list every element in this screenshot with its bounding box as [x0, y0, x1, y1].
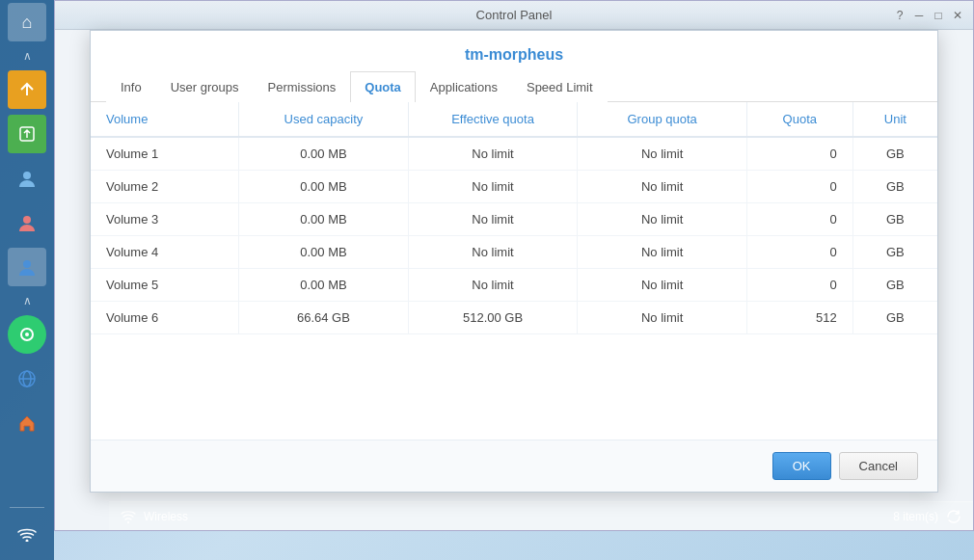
sidebar-collapse-2[interactable]: ∧ — [0, 289, 54, 312]
sidebar-icon-user-red[interactable] — [8, 203, 46, 242]
cancel-button[interactable]: Cancel — [839, 452, 918, 480]
refresh-icon[interactable] — [946, 509, 961, 524]
sidebar-icon-user[interactable] — [8, 159, 46, 198]
quota-table-container: Volume Used capacity Effective quota Gro… — [91, 102, 937, 440]
sidebar-icon-green[interactable] — [8, 315, 46, 354]
svg-point-1 — [23, 172, 31, 179]
col-header-quota: Quota — [746, 102, 852, 137]
window-controls: ? ─ □ ✕ — [892, 8, 965, 23]
minimize-button[interactable]: ─ — [911, 8, 927, 23]
tab-speed-limit[interactable]: Speed Limit — [512, 71, 608, 102]
tab-quota[interactable]: Quota — [350, 71, 416, 102]
dialog-footer: OK Cancel — [91, 440, 937, 492]
wireless-status-icon — [121, 510, 136, 523]
maximize-button[interactable]: □ — [931, 8, 946, 23]
desktop: ⌂ ∧ ∧ — [0, 0, 974, 560]
sidebar: ⌂ ∧ ∧ — [0, 0, 54, 560]
items-count: 8 item(s) — [893, 510, 938, 523]
tab-bar: Info User groups Permissions Quota Appli… — [91, 71, 937, 102]
quota-table: Volume Used capacity Effective quota Gro… — [91, 102, 937, 334]
svg-point-2 — [23, 216, 31, 224]
wireless-label: Wireless — [144, 510, 188, 523]
table-row: Volume 10.00 MBNo limitNo limit0GB — [91, 137, 937, 171]
col-header-used: Used capacity — [239, 102, 409, 137]
tab-applications[interactable]: Applications — [416, 71, 512, 102]
sidebar-icon-upload[interactable] — [8, 115, 46, 153]
window-titlebar: Control Panel ? ─ □ ✕ — [55, 1, 973, 30]
sidebar-collapse-1[interactable]: ∧ — [0, 44, 54, 67]
table-row: Volume 50.00 MBNo limitNo limit0GB — [91, 269, 937, 302]
user-dialog: tm-morpheus Info User groups Permissions… — [90, 30, 938, 493]
sidebar-icon-share[interactable] — [8, 70, 46, 109]
ok-button[interactable]: OK — [772, 452, 831, 480]
tab-user-groups[interactable]: User groups — [156, 71, 254, 102]
svg-point-8 — [26, 540, 29, 543]
table-row: Volume 40.00 MBNo limitNo limit0GB — [91, 236, 937, 269]
main-window: Control Panel ? ─ □ ✕ tm-morpheus Info U… — [54, 0, 974, 531]
sidebar-icon-house[interactable] — [8, 404, 46, 442]
col-header-volume: Volume — [91, 102, 239, 137]
svg-point-3 — [23, 260, 31, 268]
svg-point-4 — [25, 333, 29, 336]
close-button[interactable]: ✕ — [950, 8, 965, 23]
status-left: Wireless — [121, 510, 188, 523]
status-bar: Wireless 8 item(s) — [109, 501, 973, 530]
col-header-unit: Unit — [852, 102, 937, 137]
window-title: Control Panel — [476, 8, 553, 22]
dialog-username: tm-morpheus — [110, 46, 918, 64]
col-header-group: Group quota — [578, 102, 747, 137]
tab-info[interactable]: Info — [106, 71, 156, 102]
col-header-effective: Effective quota — [408, 102, 578, 137]
svg-point-9 — [127, 521, 129, 523]
sidebar-bottom — [0, 507, 54, 560]
sidebar-icon-user-blue[interactable] — [8, 248, 46, 286]
sidebar-icon-wireless[interactable] — [8, 515, 46, 553]
table-row: Volume 20.00 MBNo limitNo limit0GB — [91, 171, 937, 203]
status-right: 8 item(s) — [893, 509, 961, 524]
dialog-header: tm-morpheus — [91, 31, 937, 71]
table-row: Volume 30.00 MBNo limitNo limit0GB — [91, 203, 937, 236]
tab-permissions[interactable]: Permissions — [254, 71, 351, 102]
table-row: Volume 666.64 GB512.00 GBNo limit512GB — [91, 302, 937, 334]
sidebar-icon-globe[interactable] — [8, 360, 46, 398]
help-button[interactable]: ? — [892, 8, 907, 23]
sidebar-icon-home[interactable]: ⌂ — [8, 3, 46, 41]
